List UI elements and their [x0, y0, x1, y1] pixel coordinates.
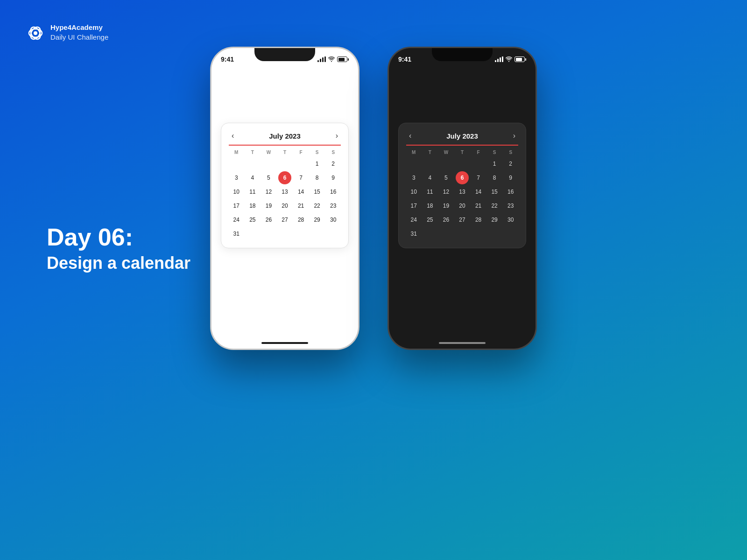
- prev-month-light[interactable]: ‹: [229, 131, 237, 141]
- dow-su-dark: S: [503, 148, 518, 156]
- day-11-light[interactable]: 11: [246, 185, 259, 198]
- day-27-light[interactable]: 27: [278, 213, 291, 226]
- day-22-light[interactable]: 22: [310, 199, 324, 212]
- day-19-dark[interactable]: 19: [439, 199, 452, 212]
- day-17-dark[interactable]: 17: [407, 199, 420, 212]
- day-21-light[interactable]: 21: [295, 199, 308, 212]
- day-6-dark[interactable]: 6: [456, 171, 469, 184]
- day-10-dark[interactable]: 10: [407, 185, 420, 198]
- time-dark: 9:41: [398, 56, 411, 63]
- day-23-light[interactable]: 23: [327, 199, 340, 212]
- day-empty-3: [262, 157, 275, 170]
- day-6-light[interactable]: 6: [278, 171, 291, 184]
- dow-s-dark: S: [487, 148, 502, 156]
- day-7-dark[interactable]: 7: [472, 171, 485, 184]
- battery-dark: [514, 56, 526, 62]
- dow-m-dark: M: [406, 148, 422, 156]
- status-icons-dark: [495, 56, 526, 62]
- day-31-light[interactable]: 31: [230, 227, 243, 240]
- day-18-dark[interactable]: 18: [423, 199, 437, 212]
- signal-bar-4: [324, 56, 326, 62]
- day-27-dark[interactable]: 27: [456, 213, 469, 226]
- day-19-light[interactable]: 19: [262, 199, 275, 212]
- day-14-dark[interactable]: 14: [472, 185, 485, 198]
- day-5-light[interactable]: 5: [262, 171, 275, 184]
- day-10-light[interactable]: 10: [230, 185, 243, 198]
- day-28-light[interactable]: 28: [295, 213, 308, 226]
- home-indicator-light: [261, 342, 308, 344]
- day-30-dark[interactable]: 30: [504, 213, 517, 226]
- day-1-light[interactable]: 1: [310, 157, 324, 170]
- next-month-dark[interactable]: ›: [510, 131, 518, 141]
- day-15-light[interactable]: 15: [310, 185, 324, 198]
- day-3-light[interactable]: 3: [230, 171, 243, 184]
- day-9-dark[interactable]: 9: [504, 171, 517, 184]
- day-13-dark[interactable]: 13: [456, 185, 469, 198]
- day-5-dark[interactable]: 5: [439, 171, 452, 184]
- day-12-light[interactable]: 12: [262, 185, 275, 198]
- day-7-light[interactable]: 7: [295, 171, 308, 184]
- day-empty-d3: [439, 157, 452, 170]
- day-24-light[interactable]: 24: [230, 213, 243, 226]
- day-2-light[interactable]: 2: [327, 157, 340, 170]
- day-23-dark[interactable]: 23: [504, 199, 517, 212]
- day-17-light[interactable]: 17: [230, 199, 243, 212]
- day-21-dark[interactable]: 21: [472, 199, 485, 212]
- day-4-dark[interactable]: 4: [423, 171, 437, 184]
- day-9-light[interactable]: 9: [327, 171, 340, 184]
- time-light: 9:41: [221, 56, 234, 63]
- prev-month-dark[interactable]: ‹: [406, 131, 414, 141]
- notch-light: [254, 48, 315, 61]
- day-18-light[interactable]: 18: [246, 199, 259, 212]
- cal-divider-light: [229, 145, 341, 146]
- day-30-light[interactable]: 30: [327, 213, 340, 226]
- calendar-widget-dark: ‹ July 2023 › M T W T F S S: [398, 123, 526, 248]
- day-8-dark[interactable]: 8: [488, 171, 501, 184]
- wifi-icon-dark: [506, 56, 512, 62]
- dow-f-light: F: [293, 148, 309, 156]
- dow-th-light: T: [277, 148, 293, 156]
- dow-th-dark: T: [455, 148, 470, 156]
- day-11-dark[interactable]: 11: [423, 185, 437, 198]
- day-12-dark[interactable]: 12: [439, 185, 452, 198]
- day-25-light[interactable]: 25: [246, 213, 259, 226]
- cal-header-dark: ‹ July 2023 ›: [406, 131, 518, 141]
- power-button-dark: [536, 104, 537, 132]
- day-2-dark[interactable]: 2: [504, 157, 517, 170]
- day-26-dark[interactable]: 26: [439, 213, 452, 226]
- day-29-dark[interactable]: 29: [488, 213, 501, 226]
- day-15-dark[interactable]: 15: [488, 185, 501, 198]
- dow-w-light: W: [261, 148, 276, 156]
- day-28-dark[interactable]: 28: [472, 213, 485, 226]
- signal-bar-1: [317, 60, 319, 62]
- day-4-light[interactable]: 4: [246, 171, 259, 184]
- day-empty-d4: [456, 157, 469, 170]
- day-26-light[interactable]: 26: [262, 213, 275, 226]
- day-22-dark[interactable]: 22: [488, 199, 501, 212]
- day-14-light[interactable]: 14: [295, 185, 308, 198]
- phone-dark: 9:41: [388, 47, 537, 350]
- next-month-light[interactable]: ›: [333, 131, 341, 141]
- dow-w-dark: W: [438, 148, 454, 156]
- day-13-light[interactable]: 13: [278, 185, 291, 198]
- phone-light: 9:41: [210, 47, 359, 350]
- day-31-dark[interactable]: 31: [407, 227, 420, 240]
- signal-bar-d1: [495, 60, 496, 62]
- day-20-dark[interactable]: 20: [456, 199, 469, 212]
- dow-m-light: M: [229, 148, 244, 156]
- day-29-light[interactable]: 29: [310, 213, 324, 226]
- phone-screen-light: 9:41: [211, 48, 358, 349]
- day-25-dark[interactable]: 25: [423, 213, 437, 226]
- day-16-dark[interactable]: 16: [504, 185, 517, 198]
- day-16-light[interactable]: 16: [327, 185, 340, 198]
- signal-bar-2: [320, 59, 321, 62]
- day-empty-2: [246, 157, 259, 170]
- day-24-dark[interactable]: 24: [407, 213, 420, 226]
- day-empty-d2: [423, 157, 437, 170]
- day-20-light[interactable]: 20: [278, 199, 291, 212]
- day-3-dark[interactable]: 3: [407, 171, 420, 184]
- day-8-light[interactable]: 8: [310, 171, 324, 184]
- signal-bar-3: [322, 57, 324, 62]
- signal-bars-dark: [495, 56, 503, 62]
- day-1-dark[interactable]: 1: [488, 157, 501, 170]
